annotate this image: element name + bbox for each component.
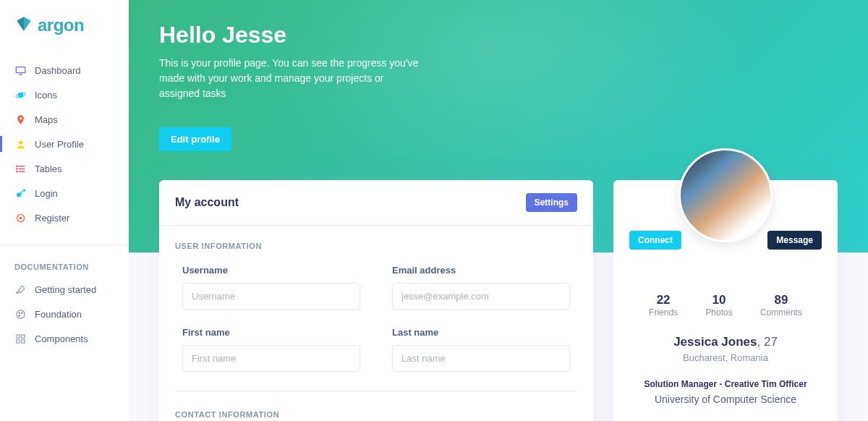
stat-photos-value: 10 (705, 293, 732, 307)
sidebar-doc-components[interactable]: Components (0, 326, 129, 351)
svg-point-4 (19, 117, 21, 119)
rocket-icon (14, 284, 26, 295)
main-content: Hello Jesse This is your profile page. Y… (129, 0, 868, 421)
stat-friends: 22 Friends (649, 293, 678, 318)
nav-label: Dashboard (35, 65, 81, 76)
account-card: My account Settings USER INFORMATION Use… (159, 180, 593, 421)
svg-point-14 (19, 216, 22, 219)
account-card-header: My account Settings (159, 180, 593, 226)
sidebar: argon Dashboard Icons Maps User Profile … (0, 0, 129, 421)
page-subtitle: This is your profile page. You can see t… (159, 56, 420, 101)
stat-comments: 89 Comments (760, 293, 802, 318)
nav-label: Login (35, 188, 58, 199)
grid-icon (14, 333, 26, 344)
profile-stats: 22 Friends 10 Photos 89 Comments (613, 250, 838, 335)
nav-label: Components (35, 333, 88, 344)
last-name-label: Last name (392, 327, 570, 338)
last-name-input[interactable] (392, 345, 570, 372)
sidebar-item-icons[interactable]: Icons (0, 82, 129, 107)
svg-rect-20 (21, 334, 24, 337)
stat-friends-value: 22 (649, 293, 678, 307)
svg-point-10 (16, 168, 17, 169)
svg-point-11 (16, 171, 17, 171)
svg-point-17 (21, 312, 22, 313)
nav-label: Register (35, 213, 69, 224)
edit-profile-button[interactable]: Edit profile (159, 127, 231, 151)
profile-education: University of Computer Science (629, 394, 822, 405)
stat-comments-value: 89 (760, 293, 802, 307)
account-card-title: My account (175, 196, 239, 209)
username-label: Username (182, 265, 360, 276)
email-label: Email address (392, 265, 570, 276)
nav-label: Getting started (35, 284, 96, 295)
username-input[interactable] (182, 283, 360, 310)
planet-icon (14, 89, 26, 101)
first-name-label: First name (182, 327, 360, 338)
sidebar-item-register[interactable]: Register (0, 205, 129, 230)
key-icon (14, 187, 26, 199)
argon-logo-icon (14, 14, 33, 36)
stat-photos: 10 Photos (705, 293, 732, 318)
sidebar-item-user-profile[interactable]: User Profile (0, 132, 129, 156)
sidebar-item-tables[interactable]: Tables (0, 156, 129, 181)
sidebar-doc-foundation[interactable]: Foundation (0, 302, 129, 326)
nav-label: Icons (35, 90, 57, 101)
doc-heading: DOCUMENTATION (0, 244, 129, 277)
contact-info-heading: CONTACT INFORMATION (175, 410, 577, 419)
sidebar-item-dashboard[interactable]: Dashboard (0, 58, 129, 82)
circle-icon (14, 212, 26, 224)
svg-point-15 (16, 310, 24, 318)
stat-comments-label: Comments (760, 307, 802, 318)
stat-friends-label: Friends (649, 307, 678, 318)
profile-card: Connect Message 22 Friends 10 Photos 89 … (613, 180, 838, 421)
brand-logo[interactable]: argon (0, 14, 129, 58)
nav-label: User Profile (35, 139, 84, 150)
message-button[interactable]: Message (767, 231, 822, 250)
nav-label: Foundation (35, 309, 82, 320)
profile-age: 27 (764, 335, 778, 349)
svg-point-5 (19, 140, 22, 144)
stat-photos-label: Photos (705, 307, 732, 318)
nav-label: Maps (35, 114, 58, 125)
list-icon (14, 163, 26, 174)
connect-button[interactable]: Connect (629, 231, 681, 250)
sidebar-doc-getting-started[interactable]: Getting started (0, 277, 129, 302)
sidebar-item-login[interactable]: Login (0, 181, 129, 205)
svg-rect-19 (16, 334, 19, 337)
profile-location: Bucharest, Romania (629, 352, 822, 363)
section-divider (175, 391, 577, 391)
page-title: Hello Jesse (159, 22, 521, 48)
svg-point-16 (18, 312, 20, 313)
sidebar-item-maps[interactable]: Maps (0, 107, 129, 132)
svg-point-18 (18, 315, 20, 316)
tv-icon (14, 64, 26, 76)
pin-icon (14, 114, 26, 125)
nav-label: Tables (35, 163, 62, 174)
user-info-heading: USER INFORMATION (175, 242, 577, 250)
brand-name: argon (38, 15, 84, 35)
svg-rect-22 (21, 339, 24, 342)
settings-button[interactable]: Settings (526, 193, 577, 212)
profile-role: Solution Manager - Creative Tim Officer (629, 379, 822, 389)
svg-rect-21 (16, 339, 19, 342)
email-input[interactable] (392, 283, 570, 310)
avatar[interactable] (678, 148, 773, 242)
svg-rect-0 (16, 67, 25, 72)
first-name-input[interactable] (182, 345, 360, 372)
profile-name-text: Jessica Jones (673, 335, 757, 349)
profile-name: Jessica Jones, 27 (629, 335, 822, 349)
svg-point-9 (16, 166, 17, 166)
user-icon (14, 138, 26, 150)
palette-icon (14, 308, 26, 320)
